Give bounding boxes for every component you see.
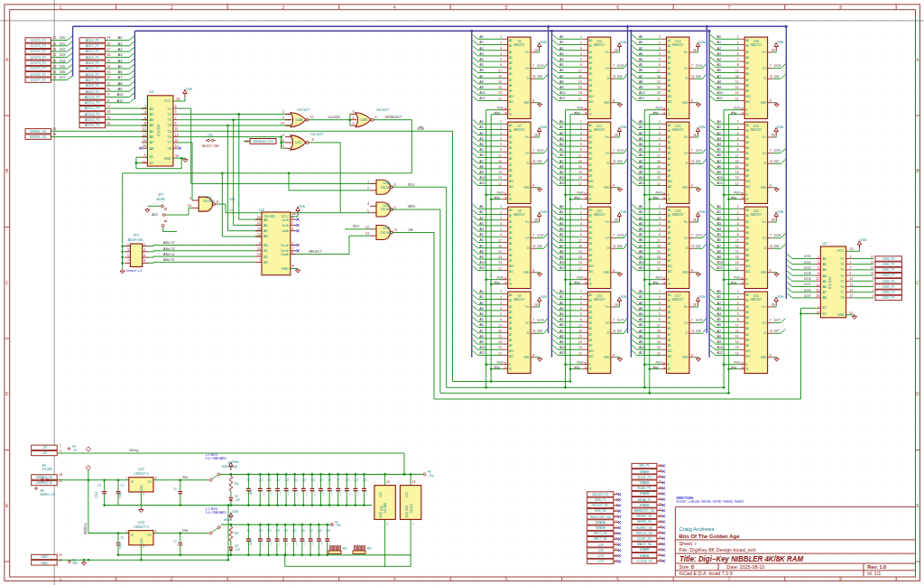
svg-text:CONT_P1: CONT_P1 [637,537,651,541]
svg-text:U22: U22 [138,467,144,471]
svg-text:Vcc: Vcc [525,305,530,309]
svg-text:File: DigiKey 8K Design.kicad_: File: DigiKey 8K Design.kicad_sch [679,547,755,552]
svg-text:24: 24 [614,526,618,530]
svg-text:PGT: PGT [734,107,740,110]
svg-text:18: 18 [816,294,819,298]
svg-text:A7: A7 [509,248,513,252]
svg-text:7: 7 [613,149,614,153]
svg-text:ASel 13: ASel 13 [163,247,175,251]
svg-text:A6: A6 [149,135,153,139]
svg-text:16: 16 [735,245,739,248]
svg-text:4: 4 [737,307,739,311]
svg-text:18: 18 [52,65,56,69]
svg-text:100uF: 100uF [249,538,253,545]
svg-text:MM2257: MM2257 [751,128,762,132]
svg-text:13: 13 [657,346,661,349]
svg-text:4: 4 [580,307,582,311]
svg-text:14: 14 [578,171,582,174]
svg-text:ADD12_P1: ADD12_P1 [85,107,100,110]
svg-text:37: 37 [659,492,662,496]
svg-text:A9: A9 [479,255,484,259]
svg-text:9: 9 [259,242,261,246]
svg-text:A0: A0 [589,39,593,42]
svg-text:VCC: VCC [405,491,409,497]
svg-text:A10: A10 [479,261,485,265]
svg-text:A2: A2 [559,132,564,135]
svg-text:3: 3 [282,5,285,10]
svg-text:DI: DI [527,331,530,335]
svg-text:2: 2 [500,126,502,130]
svg-text:7: 7 [691,64,693,68]
svg-text:4: 4 [659,307,661,311]
svg-text:18: 18 [614,218,618,222]
svg-text:15: 15 [850,289,854,292]
svg-text:Y5: Y5 [840,280,845,283]
svg-text:3: 3 [873,294,874,298]
svg-text:A1: A1 [263,223,268,228]
svg-text:+5V: +5V [235,498,241,502]
svg-text:U5E: U5E [380,506,383,511]
svg-text:1: 1 [580,205,582,209]
svg-text:A1: A1 [717,295,722,299]
svg-text:A3: A3 [639,137,643,141]
svg-text:GND: GND [761,101,766,105]
svg-text:SELECT CNN: SELECT CNN [202,144,219,148]
svg-text:A2: A2 [639,217,643,220]
svg-text:16: 16 [498,330,502,333]
svg-text:ADD13_P1: ADD13_P1 [85,113,100,116]
svg-text:MM2257: MM2257 [672,213,684,217]
svg-text:A0: A0 [639,205,643,209]
svg-text:A10: A10 [668,349,673,353]
svg-text:14: 14 [735,255,739,259]
svg-text:5: 5 [500,143,502,146]
svg-text:17: 17 [106,48,110,51]
svg-text:A2: A2 [479,302,484,305]
svg-text:3: 3 [737,302,739,305]
svg-text:VO: VO [147,534,152,537]
svg-text:2: 2 [282,116,284,120]
svg-text:A1: A1 [717,41,722,44]
svg-text:A5: A5 [118,64,124,69]
svg-text:2: 2 [367,187,369,190]
svg-text:8: 8 [663,367,665,370]
svg-text:ASel 15: ASel 15 [163,258,175,262]
svg-text:5: 5 [659,312,661,316]
svg-text:3: 3 [659,47,661,51]
svg-text:MM2257: MM2257 [594,128,605,132]
svg-text:A9: A9 [717,255,722,259]
svg-text:A6: A6 [745,242,749,246]
svg-text:4: 4 [818,261,819,265]
svg-text:18: 18 [740,362,744,366]
svg-text:C18: C18 [346,478,350,482]
svg-text:DI0: DI0 [60,35,66,40]
svg-text:Y4: Y4 [167,123,172,127]
svg-text:3: 3 [737,217,739,220]
svg-text:B1: B1 [263,248,268,253]
svg-text:DO: DO [684,237,688,240]
svg-text:8: 8 [312,138,314,142]
svg-text:A6: A6 [745,327,749,330]
svg-text:DI: DI [763,331,766,335]
svg-text:2: 2 [580,296,582,300]
svg-text:DIN6_P1: DIN6_P1 [882,291,895,294]
svg-text:A0: A0 [479,120,484,124]
svg-text:11: 11 [691,245,695,248]
svg-text:A11: A11 [589,100,594,104]
svg-text:7: 7 [770,149,772,153]
svg-text:R/W: R/W [494,282,500,285]
svg-text:LM341T-5: LM341T-5 [134,472,148,476]
svg-text:C19: C19 [354,478,358,482]
svg-text:A8: A8 [745,84,749,88]
svg-text:10: 10 [614,509,618,513]
svg-text:+5Vb: +5Vb [618,294,627,299]
svg-text:41: 41 [659,515,662,518]
svg-text:<0=2000: <0=2000 [328,116,340,119]
svg-text:8: 8 [742,282,744,285]
svg-text:15: 15 [498,250,502,254]
svg-text:17: 17 [735,154,739,158]
svg-text:A10: A10 [559,346,566,349]
svg-text:0.1uF: 0.1uF [305,489,308,496]
svg-text:U4C: U4C [295,140,302,144]
svg-text:A6: A6 [745,157,749,161]
svg-text:1: 1 [737,205,739,209]
